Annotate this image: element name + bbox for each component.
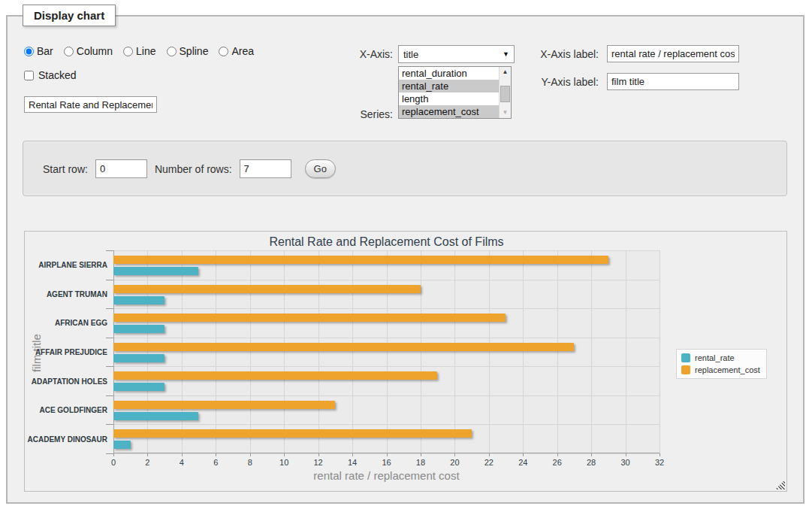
chart-legend: rental_ratereplacement_cost bbox=[676, 349, 767, 379]
x-axis-tick bbox=[284, 453, 285, 456]
x-axis-tick-label: 32 bbox=[644, 458, 675, 467]
bar-replacement_cost-affair-prejudice[interactable] bbox=[113, 343, 574, 351]
stacked-option[interactable]: Stacked bbox=[24, 69, 77, 81]
y-axis-label-input[interactable] bbox=[607, 73, 739, 90]
x-axis-tick-label: 0 bbox=[98, 458, 128, 467]
scroll-up-icon[interactable]: ▲ bbox=[500, 67, 511, 77]
series-option-rental_duration[interactable]: rental_duration bbox=[399, 67, 499, 80]
bar-rental_rate-ace-goldfinger[interactable] bbox=[113, 412, 198, 420]
x-axis-tick-label: 16 bbox=[372, 458, 402, 467]
y-axis-label-label: Y-Axis label: bbox=[537, 76, 599, 88]
bar-rental_rate-airplane-sierra[interactable] bbox=[113, 267, 198, 275]
x-axis-tick bbox=[660, 453, 660, 456]
chart-type-radio-spline[interactable] bbox=[167, 47, 177, 56]
legend-item-rental_rate[interactable]: rental_rate bbox=[681, 353, 760, 362]
x-axis-tick-label: 28 bbox=[576, 458, 606, 467]
y-axis-tick bbox=[106, 308, 113, 309]
category-label: ACE GOLDFINGER bbox=[25, 406, 107, 414]
chart-type-option-area[interactable]: Area bbox=[219, 45, 254, 57]
chart-type-radio-column[interactable] bbox=[64, 47, 74, 56]
chart-title-input[interactable] bbox=[24, 96, 157, 113]
bar-replacement_cost-african-egg[interactable] bbox=[113, 314, 506, 322]
y-axis-tick bbox=[106, 366, 113, 367]
gridline-vertical bbox=[318, 250, 319, 453]
series-listbox-options: rental_durationrental_ratelengthreplacem… bbox=[399, 67, 499, 118]
x-axis-tick-label: 6 bbox=[201, 458, 231, 467]
x-axis-tick bbox=[626, 453, 626, 456]
series-listbox[interactable]: rental_durationrental_ratelengthreplacem… bbox=[398, 66, 512, 119]
chart-type-option-spline[interactable]: Spline bbox=[167, 45, 209, 57]
gridline-vertical bbox=[660, 250, 660, 453]
y-axis-line bbox=[113, 250, 114, 453]
chart-type-option-line[interactable]: Line bbox=[123, 45, 155, 57]
chart-type-option-label: Column bbox=[77, 45, 113, 57]
bar-rental_rate-adaptation-holes[interactable] bbox=[113, 383, 165, 391]
stacked-checkbox[interactable] bbox=[24, 71, 34, 80]
chart-type-option-label: Bar bbox=[37, 45, 53, 57]
start-row-label: Start row: bbox=[43, 163, 88, 175]
x-axis-label-label: X-Axis label: bbox=[537, 48, 599, 60]
gridline-horizontal bbox=[113, 250, 660, 251]
x-axis-tick-label: 22 bbox=[474, 458, 504, 467]
legend-swatch-icon bbox=[681, 353, 690, 362]
start-row-input[interactable] bbox=[95, 159, 147, 178]
chart-container: Rental Rate and Replacement Cost of Film… bbox=[24, 231, 787, 492]
x-axis-tick bbox=[318, 453, 319, 456]
num-rows-label: Number of rows: bbox=[155, 163, 232, 175]
x-axis-tick-label: 24 bbox=[508, 458, 538, 467]
bar-replacement_cost-ace-goldfinger[interactable] bbox=[113, 401, 335, 409]
chart-type-option-label: Spline bbox=[180, 45, 209, 57]
x-axis-title: rental rate / replacement cost bbox=[113, 469, 660, 482]
x-axis-tick-label: 12 bbox=[303, 458, 334, 467]
category-label: AGENT TRUMAN bbox=[25, 290, 107, 298]
gridline-vertical bbox=[216, 250, 216, 453]
x-axis-tick bbox=[352, 453, 353, 456]
series-option-rental_rate[interactable]: rental_rate bbox=[399, 80, 499, 92]
bar-rental_rate-affair-prejudice[interactable] bbox=[113, 354, 165, 362]
x-axis-label-input[interactable] bbox=[607, 45, 739, 62]
bar-replacement_cost-academy-dinosaur[interactable] bbox=[113, 429, 472, 438]
num-rows-input[interactable] bbox=[240, 159, 291, 178]
bar-rental_rate-academy-dinosaur[interactable] bbox=[113, 441, 131, 449]
legend-item-replacement_cost[interactable]: replacement_cost bbox=[681, 365, 760, 374]
x-axis-tick-label: 10 bbox=[269, 458, 299, 467]
resize-grip-icon[interactable] bbox=[775, 480, 785, 489]
x-axis-tick-label: 4 bbox=[167, 458, 197, 467]
category-label: AFFAIR PREJUDICE bbox=[25, 348, 107, 356]
gridline-vertical bbox=[147, 250, 148, 453]
gridline-vertical bbox=[591, 250, 592, 453]
x-axis-select-label: X-Axis: bbox=[349, 48, 393, 60]
bar-replacement_cost-adaptation-holes[interactable] bbox=[113, 371, 437, 380]
x-axis-tick bbox=[182, 453, 183, 456]
chart-type-option-bar[interactable]: Bar bbox=[24, 45, 53, 57]
bar-replacement_cost-airplane-sierra[interactable] bbox=[113, 256, 608, 264]
bar-rental_rate-african-egg[interactable] bbox=[113, 325, 165, 333]
go-button[interactable]: Go bbox=[305, 159, 336, 178]
x-axis-tick bbox=[557, 453, 558, 456]
scroll-down-icon[interactable]: ▼ bbox=[500, 108, 511, 118]
x-axis-tick bbox=[147, 453, 148, 456]
chart-type-radio-bar[interactable] bbox=[24, 47, 34, 56]
chart-type-radio-line[interactable] bbox=[123, 47, 133, 56]
series-option-length[interactable]: length bbox=[399, 92, 499, 105]
gridline-horizontal bbox=[113, 338, 660, 338]
category-label: ADAPTATION HOLES bbox=[25, 377, 107, 386]
series-option-replacement_cost[interactable]: replacement_cost bbox=[399, 105, 499, 118]
x-axis-select[interactable]: title ▼ bbox=[398, 45, 515, 63]
series-listbox-scrollbar[interactable]: ▲ ▼ bbox=[499, 67, 511, 118]
chart-type-radio-area[interactable] bbox=[219, 47, 228, 56]
stacked-label: Stacked bbox=[38, 69, 77, 81]
scrollbar-thumb[interactable] bbox=[500, 86, 510, 102]
gridline-horizontal bbox=[113, 395, 660, 396]
x-axis-tick-label: 2 bbox=[132, 458, 162, 467]
gridline-vertical bbox=[182, 250, 183, 453]
gridline-vertical bbox=[250, 250, 251, 453]
chart-type-option-column[interactable]: Column bbox=[64, 45, 113, 57]
x-axis-tick bbox=[113, 453, 114, 456]
x-axis-selected-value: title bbox=[403, 49, 418, 60]
gridline-horizontal bbox=[113, 280, 660, 280]
x-axis-tick bbox=[421, 453, 421, 456]
bar-replacement_cost-agent-truman[interactable] bbox=[113, 285, 421, 293]
gridline-vertical bbox=[626, 250, 626, 453]
bar-rental_rate-agent-truman[interactable] bbox=[113, 296, 165, 304]
